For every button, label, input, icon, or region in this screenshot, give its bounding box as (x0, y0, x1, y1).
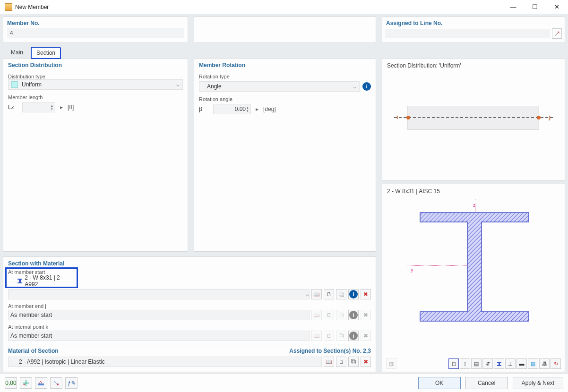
tool-button-2[interactable] (20, 377, 32, 389)
svg-rect-3 (38, 383, 44, 385)
chevron-down-icon: ⌵ (350, 83, 359, 90)
member-rotation-panel: Member Rotation Rotation type Angle ⌵ i … (194, 58, 376, 252)
titlebar: New Member — ☐ ✕ (0, 0, 568, 14)
section-distribution-header: Section Distribution (3, 59, 188, 70)
beta-input[interactable]: 0.00 ▴▾ (213, 104, 251, 114)
material-of-section-header: Material of Section (8, 348, 59, 354)
rotation-angle-label: Rotation angle (199, 96, 371, 102)
distribution-preview-title: Section Distribution: 'Uniform' (382, 59, 565, 73)
member-end-value: As member start (10, 312, 52, 318)
member-rotation-header: Member Rotation (194, 59, 376, 70)
svg-point-2 (24, 383, 25, 385)
lz-unit: [ft] (68, 104, 74, 111)
lz-next[interactable]: ▸ (58, 104, 65, 111)
tab-section[interactable]: Section (31, 47, 60, 59)
lz-input[interactable]: ▴▾ (22, 102, 55, 112)
library-button: 📖 (311, 331, 322, 341)
tabs: Main Section (3, 45, 565, 58)
info-icon[interactable]: i (362, 82, 371, 91)
chevron-down-icon: ⌵ (173, 81, 182, 88)
member-start-value-box: 2 - W 8x31 | 2 - A992 (8, 276, 72, 286)
distribution-type-value: Uniform (21, 81, 173, 88)
new-button: 🗋 (324, 331, 334, 341)
library-button: 📖 (311, 310, 322, 320)
distribution-preview: Section Distribution: 'Uniform' i j (382, 58, 565, 181)
new-button: 🗋 (324, 310, 334, 320)
view-tool-6[interactable]: ⊥ (505, 358, 516, 369)
rotation-type-select[interactable]: Angle ⌵ (199, 81, 360, 92)
view-tool-grid[interactable]: ▦ (528, 358, 538, 369)
minimize-button[interactable]: — (507, 2, 520, 12)
app-icon (5, 3, 12, 11)
assigned-input[interactable] (385, 29, 550, 38)
cancel-button[interactable]: Cancel (465, 377, 508, 389)
section-distribution-panel: Section Distribution Distribution type U… (3, 58, 188, 252)
tool-button-3[interactable] (35, 377, 47, 389)
view-tool-3[interactable]: ▤ (471, 358, 482, 369)
blank-card (194, 17, 376, 43)
member-no-card: Member No. (3, 17, 188, 43)
member-length-label: Member length (8, 94, 183, 100)
i-label: i (396, 114, 398, 120)
material-value: 2 - A992 | Isotropic | Linear Elastic (19, 358, 105, 365)
footer: 0,00 ƒ✎ OK Cancel Apply & Next (0, 373, 568, 392)
member-no-input[interactable] (7, 28, 184, 38)
axis-line (394, 117, 553, 118)
refresh-button[interactable]: ↻ (551, 358, 561, 369)
distribution-swatch-icon (11, 81, 18, 88)
y-axis-label: y (411, 267, 413, 273)
beta-next[interactable]: ▸ (254, 106, 260, 112)
units-button[interactable]: 0,00 (5, 377, 17, 389)
lz-label: Lz (8, 104, 19, 111)
section-color-icon (10, 278, 15, 284)
delete-button: ✖ (361, 331, 371, 341)
beta-unit: [deg] (263, 106, 276, 112)
j-label: j (549, 114, 551, 120)
apply-next-button[interactable]: Apply & Next (513, 377, 563, 389)
ok-button[interactable]: OK (418, 377, 461, 389)
distribution-type-select[interactable]: Uniform ⌵ (8, 79, 183, 90)
tab-main[interactable]: Main (6, 47, 28, 58)
section-preview: 2 - W 8x31 | AISC 15 z y ▥ (382, 184, 565, 372)
section-preview-title: 2 - W 8x31 | AISC 15 (382, 184, 565, 198)
view-tool-1[interactable]: ◻ (448, 358, 459, 369)
copy-button: ⿻ (336, 331, 346, 341)
beta-label: β (199, 106, 210, 112)
script-button[interactable]: ƒ✎ (65, 377, 77, 389)
print-button[interactable]: 🖶 (539, 358, 550, 369)
i-section-icon (17, 278, 23, 284)
window-title: New Member (15, 4, 507, 10)
i-beam-icon (415, 208, 534, 326)
tool-button-4[interactable] (50, 377, 62, 389)
pick-line-button[interactable] (552, 28, 562, 39)
assigned-label: Assigned to Line No. (382, 17, 565, 28)
beta-value: 0.00 (235, 106, 246, 112)
delete-button: ✖ (361, 310, 371, 320)
member-start-value: 2 - W 8x31 | 2 - A992 (25, 274, 72, 288)
view-tool-4[interactable]: ⇵ (482, 358, 493, 369)
rotation-type-label: Rotation type (199, 74, 371, 79)
distribution-type-label: Distribution type (8, 74, 183, 79)
view-tool-2[interactable]: ⟟ (460, 358, 470, 369)
close-button[interactable]: ✕ (550, 2, 563, 12)
member-no-label: Member No. (3, 17, 188, 28)
assigned-card: Assigned to Line No. (382, 17, 565, 43)
view-tool-7[interactable]: ▬ (516, 358, 527, 369)
view-tool-5[interactable] (494, 358, 504, 369)
copy-button: ⿻ (336, 310, 346, 320)
material-color-icon (10, 359, 16, 365)
view-button-1: ▥ (386, 358, 396, 369)
rotation-type-value: Angle (206, 83, 350, 90)
member-internal-value: As member start (10, 332, 52, 339)
maximize-button[interactable]: ☐ (528, 2, 542, 12)
